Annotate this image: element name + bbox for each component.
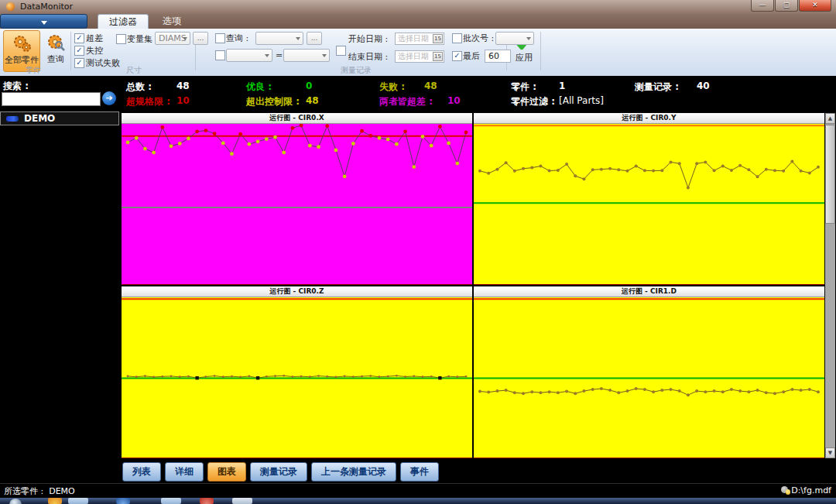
parts-group-label: 零件 [26, 65, 41, 76]
start-orb-icon[interactable] [9, 499, 22, 504]
query-dropdown[interactable] [255, 32, 303, 45]
stat-records-value: 40 [697, 81, 710, 91]
run-chart-cir0z-plot [122, 297, 472, 458]
application-menu-button[interactable] [0, 14, 87, 29]
scrollbar-thumb[interactable] [825, 125, 835, 224]
variable-set-label: 变量集 : [127, 33, 158, 45]
view-records-button[interactable]: 测量记录 [250, 462, 307, 482]
tab-filter[interactable]: 过滤器 [98, 14, 149, 29]
scroll-up-icon[interactable]: ▲ [825, 113, 835, 124]
view-switcher: 列表 详细 图表 测量记录 上一条测量记录 事件 [122, 462, 439, 482]
stat-failed-value: 48 [424, 81, 437, 91]
view-charts-button[interactable]: 图表 [207, 462, 246, 482]
database-path: D:\fg.mdf [781, 485, 831, 495]
taskbar-app-icon[interactable] [48, 498, 62, 504]
tab-options[interactable]: 选项 [152, 14, 192, 29]
view-previous-record-button[interactable]: 上一条测量记录 [311, 462, 396, 482]
last-n-input[interactable]: 60 [485, 50, 511, 63]
taskbar-app-icon[interactable] [68, 498, 88, 504]
chart-scrollbar[interactable]: ▲ ▼ [825, 113, 835, 458]
stat-records-label: 测量记录 : [635, 81, 679, 94]
stat-good-value: 0 [306, 81, 312, 91]
stat-oos-label: 超规格限 : [126, 95, 170, 108]
view-list-button[interactable]: 列表 [122, 462, 161, 482]
run-chart-cir0x-title: 运行图 - CIR0.X [122, 113, 472, 124]
out-of-tolerance-checkbox[interactable]: ✓ [74, 33, 84, 43]
start-date-input[interactable]: 选择日期15 [395, 33, 444, 45]
stat-both-value: 10 [447, 95, 461, 106]
last-n-label: 最后 [463, 50, 480, 62]
out-of-control-checkbox[interactable]: ✓ [74, 46, 84, 56]
chevron-down-icon [41, 21, 47, 25]
taskbar-app-icon[interactable] [232, 498, 252, 504]
out-of-control-label: 失控 [86, 45, 103, 57]
chevron-down-icon [526, 37, 531, 40]
run-chart-cir0x-plot [122, 124, 472, 285]
stat-both-label: 两者皆超差 : [379, 95, 433, 108]
run-chart-cir0y[interactable]: 运行图 - CIR0.Y [474, 113, 824, 285]
selected-part-status: 所选零件 : DEMO [4, 485, 75, 497]
test-failed-label: 测试失败 [86, 57, 120, 69]
stat-parts-value: 1 [559, 81, 565, 91]
run-chart-cir0z-title: 运行图 - CIR0.Z [122, 286, 472, 297]
scroll-down-icon[interactable]: ▼ [825, 447, 835, 458]
chart-grid: 运行图 - CIR0.X 运行图 - CIR0.Y 运行图 - CIR0.Z 运… [122, 113, 824, 458]
chevron-down-icon [322, 54, 327, 57]
batch-checkbox[interactable] [452, 33, 462, 43]
status-bar: 所选零件 : DEMO D:\fg.mdf [0, 483, 836, 498]
date-range-checkbox[interactable] [336, 46, 346, 56]
run-chart-cir0z[interactable]: 运行图 - CIR0.Z [122, 286, 472, 458]
search-label: 搜索 : [3, 80, 29, 93]
chevron-down-icon [265, 54, 269, 57]
gears-icon [12, 33, 32, 53]
app-icon [6, 2, 15, 11]
part-list-item-demo[interactable]: DEMO [0, 111, 119, 125]
part-item-label: DEMO [24, 113, 55, 124]
apply-label: 应用 [509, 52, 539, 63]
query-checkbox[interactable] [215, 33, 225, 43]
stat-ooc-label: 超出控制限 : [246, 95, 300, 108]
group-separator [540, 32, 541, 70]
run-chart-cir1d[interactable]: 运行图 - CIR1.D [474, 286, 824, 458]
taskbar-app-icon[interactable] [200, 498, 214, 504]
query-more-button[interactable]: ... [307, 32, 322, 45]
run-chart-cir0x[interactable]: 运行图 - CIR0.X [122, 113, 472, 285]
maximize-button[interactable]: ▢ [775, 0, 798, 12]
batch-dropdown[interactable] [495, 32, 534, 45]
taskbar-app-icon[interactable] [161, 498, 181, 504]
query-field-dropdown[interactable] [226, 49, 272, 62]
minimize-button[interactable]: — [751, 0, 774, 12]
ribbon-tab-row: 过滤器 选项 [0, 14, 836, 29]
run-chart-cir0y-title: 运行图 - CIR0.Y [474, 113, 824, 124]
query-field-checkbox[interactable] [215, 50, 225, 60]
stat-failed-label: 失败 : [379, 81, 405, 94]
close-button[interactable]: ✕ [799, 0, 831, 12]
end-date-input[interactable]: 选择日期15 [395, 50, 444, 63]
window-title: DataMonitor [20, 2, 73, 12]
end-date-label: 结束日期 : [348, 51, 388, 63]
stat-filter-value: [All Parts] [559, 95, 604, 106]
variable-set-more-button[interactable]: ... [193, 32, 208, 45]
stat-total-value: 48 [176, 81, 190, 91]
query-value-dropdown[interactable] [283, 49, 330, 62]
view-details-button[interactable]: 详细 [165, 462, 204, 482]
last-n-checkbox[interactable]: ✓ [452, 51, 462, 61]
chevron-down-icon [183, 37, 187, 40]
variable-set-checkbox[interactable] [116, 34, 126, 44]
search-go-button[interactable]: ➔ [102, 91, 116, 105]
test-failed-checkbox[interactable]: ✓ [74, 58, 84, 68]
calendar-icon[interactable]: 15 [433, 34, 443, 43]
search-input[interactable] [2, 92, 101, 106]
database-icon [781, 486, 788, 493]
query-parts-button[interactable]: 查询 [42, 30, 70, 72]
taskbar-app-icon[interactable] [116, 498, 130, 504]
batch-label: 批次号 : [463, 33, 494, 44]
equals-sign: = [276, 50, 283, 60]
main-area: 总数 : 48 优良 : 0 失败 : 48 零件 : 1 测量记录 : 40 … [0, 76, 836, 498]
calendar-icon[interactable]: 15 [433, 52, 443, 61]
title-bar: DataMonitor — ▢ ✕ [0, 0, 836, 15]
windows-taskbar[interactable] [0, 498, 836, 504]
view-events-button[interactable]: 事件 [400, 462, 439, 482]
stat-filter-label: 零件过滤 : [511, 95, 555, 108]
variable-set-dropdown[interactable]: DIAMS [155, 32, 190, 45]
